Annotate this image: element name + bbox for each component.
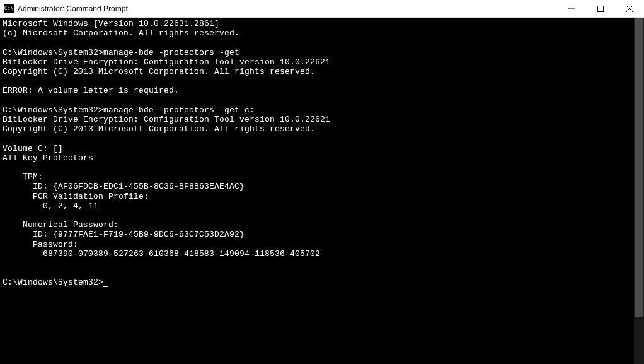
minimize-icon xyxy=(568,6,575,12)
window-controls xyxy=(557,0,644,17)
svg-rect-1 xyxy=(598,6,604,11)
cmd-icon: C:\ xyxy=(4,4,14,14)
scrollbar-thumb[interactable] xyxy=(635,18,643,317)
minimize-button[interactable] xyxy=(557,0,586,17)
close-button[interactable] xyxy=(615,0,644,17)
window-title: Administrator: Command Prompt xyxy=(18,4,557,13)
maximize-icon xyxy=(597,6,604,12)
scrollbar[interactable] xyxy=(634,18,644,364)
terminal-area: Microsoft Windows [Version 10.0.22631.28… xyxy=(0,18,644,364)
cursor xyxy=(103,286,108,287)
terminal-output[interactable]: Microsoft Windows [Version 10.0.22631.28… xyxy=(0,18,634,364)
close-icon xyxy=(626,6,633,12)
maximize-button[interactable] xyxy=(586,0,615,17)
titlebar: C:\ Administrator: Command Prompt xyxy=(0,0,644,18)
